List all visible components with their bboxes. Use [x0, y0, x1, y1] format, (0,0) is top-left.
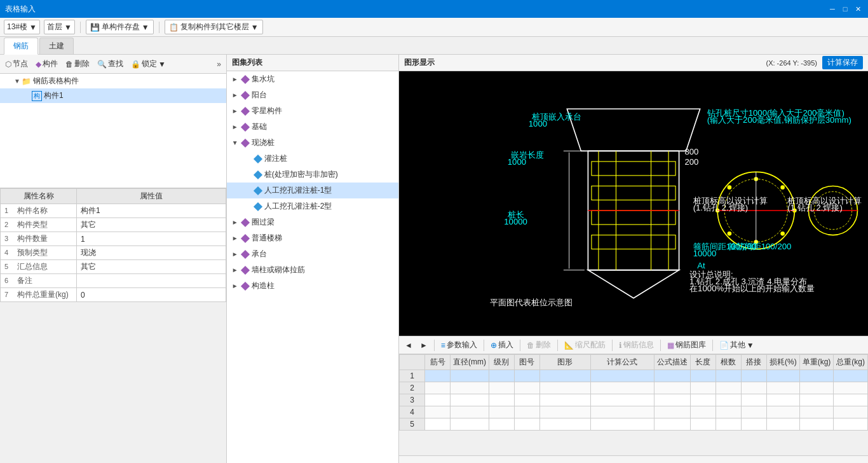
node-button[interactable]: ⬡ 节点 [3, 57, 31, 71]
tab-civil[interactable]: 土建 [39, 38, 74, 54]
data-cell[interactable] [451, 406, 489, 418]
data-cell[interactable] [690, 394, 715, 406]
collection-item-rengong2[interactable]: 人工挖孔灌注桩-2型 [227, 198, 398, 214]
data-cell[interactable] [799, 418, 834, 431]
data-cell[interactable] [489, 394, 514, 406]
tree-root[interactable]: ▼ 📁 钢筋表格构件 [0, 74, 226, 88]
data-cell[interactable] [834, 382, 868, 394]
collection-item-qiangzhu[interactable]: ►墙柱或砌体拉筋 [227, 262, 398, 278]
prop-value[interactable] [77, 274, 226, 288]
tree-item-component1[interactable]: 构 构件1 [0, 88, 226, 103]
data-cell[interactable] [834, 394, 868, 406]
data-cell[interactable] [425, 370, 451, 382]
data-cell[interactable] [690, 370, 715, 382]
prop-value[interactable]: 0 [77, 288, 226, 302]
nav-next-button[interactable]: ► [417, 340, 431, 351]
rebar-gallery-button[interactable]: ▦ 钢筋图库 [664, 338, 709, 352]
data-cell[interactable] [741, 394, 766, 406]
calc-save-button[interactable]: 计算保存 [822, 56, 863, 69]
data-cell[interactable] [799, 406, 834, 418]
data-cell[interactable] [514, 382, 539, 394]
scale-rebar-button[interactable]: 📐 缩尺配筋 [561, 338, 609, 352]
data-cell[interactable] [539, 382, 590, 394]
data-cell[interactable] [766, 418, 799, 431]
data-cell[interactable] [654, 394, 690, 406]
data-cell[interactable] [654, 382, 690, 394]
data-cell[interactable] [451, 418, 489, 431]
data-cell[interactable] [799, 394, 834, 406]
single-save-button[interactable]: 💾 单构件存盘 ▼ [86, 20, 154, 34]
nav-prev-button[interactable]: ◄ [402, 340, 416, 351]
find-button[interactable]: 🔍 查找 [95, 57, 126, 71]
data-cell[interactable] [451, 370, 489, 382]
tab-rebar[interactable]: 钢筋 [4, 38, 38, 55]
data-cell[interactable] [590, 382, 654, 394]
data-cell[interactable] [514, 394, 539, 406]
data-cell[interactable] [834, 418, 868, 431]
data-cell[interactable] [766, 370, 799, 382]
minimize-button[interactable]: ─ [827, 4, 837, 14]
data-cell[interactable] [715, 394, 741, 406]
data-cell[interactable] [451, 382, 489, 394]
more-button[interactable]: » [214, 59, 224, 70]
prop-value[interactable]: 其它 [77, 218, 226, 232]
data-cell[interactable] [715, 418, 741, 431]
data-cell[interactable] [834, 406, 868, 418]
data-cell[interactable] [489, 406, 514, 418]
component-button[interactable]: ◆ 构件 [33, 57, 60, 71]
collection-item-zhujia[interactable]: 桩(处理加密与非加密) [227, 167, 398, 183]
data-cell[interactable] [514, 418, 539, 431]
data-cell[interactable] [590, 418, 654, 431]
collection-item-jishui[interactable]: ►集水坑 [227, 71, 398, 87]
maximize-button[interactable]: □ [840, 4, 850, 14]
root-expand-icon[interactable]: ▼ [13, 78, 22, 85]
data-cell[interactable] [741, 370, 766, 382]
data-cell[interactable] [539, 418, 590, 431]
data-cell[interactable] [425, 406, 451, 418]
data-cell[interactable] [690, 418, 715, 431]
data-cell[interactable] [799, 382, 834, 394]
collection-item-guoliang[interactable]: ►圈过梁 [227, 214, 398, 230]
data-cell[interactable] [539, 394, 590, 406]
data-cell[interactable] [741, 382, 766, 394]
data-cell[interactable] [766, 394, 799, 406]
floor-selector[interactable]: 13#楼 ▼ [4, 20, 40, 34]
collection-item-rengong1[interactable]: 人工挖孔灌注桩-1型 [227, 183, 398, 198]
data-cell[interactable] [741, 406, 766, 418]
data-cell[interactable] [834, 370, 868, 382]
data-cell[interactable] [539, 406, 590, 418]
collection-item-guanzhu[interactable]: 灌注桩 [227, 151, 398, 167]
data-cell[interactable] [425, 394, 451, 406]
data-cell[interactable] [690, 382, 715, 394]
data-cell[interactable] [654, 370, 690, 382]
collection-item-gouzhu[interactable]: ►构造柱 [227, 278, 398, 294]
delete-row-button[interactable]: 🗑 删除 [524, 338, 554, 352]
cad-drawing-area[interactable]: 桩顶嵌入承台 1000 钻孔桩尺寸1000(输入大于200毫米值) (输入大于2… [399, 71, 868, 336]
data-cell[interactable] [799, 370, 834, 382]
lock-button[interactable]: 🔒 锁定 ▼ [128, 57, 168, 71]
data-cell[interactable] [590, 370, 654, 382]
data-cell[interactable] [690, 406, 715, 418]
data-cell[interactable] [766, 406, 799, 418]
data-cell[interactable] [741, 418, 766, 431]
collection-item-lingxing[interactable]: ►零星构件 [227, 103, 398, 119]
data-cell[interactable] [489, 370, 514, 382]
data-cell[interactable] [715, 382, 741, 394]
horizontal-scrollbar[interactable] [399, 455, 868, 463]
data-cell[interactable] [766, 382, 799, 394]
data-cell[interactable] [489, 418, 514, 431]
param-input-button[interactable]: ≡ 参数输入 [438, 338, 480, 352]
collection-item-jichu[interactable]: ►基础 [227, 119, 398, 135]
data-cell[interactable] [590, 394, 654, 406]
collection-item-chengtai[interactable]: ►承台 [227, 246, 398, 262]
close-button[interactable]: ✕ [853, 4, 863, 14]
data-cell[interactable] [715, 370, 741, 382]
data-cell[interactable] [514, 406, 539, 418]
data-cell[interactable] [590, 406, 654, 418]
collection-item-xianzhu[interactable]: ▼现浇桩 [227, 135, 398, 151]
data-cell[interactable] [489, 382, 514, 394]
data-cell[interactable] [654, 418, 690, 431]
insert-button[interactable]: ⊕ 插入 [487, 338, 517, 352]
collection-item-yangtai[interactable]: ►阳台 [227, 87, 398, 103]
data-cell[interactable] [654, 406, 690, 418]
